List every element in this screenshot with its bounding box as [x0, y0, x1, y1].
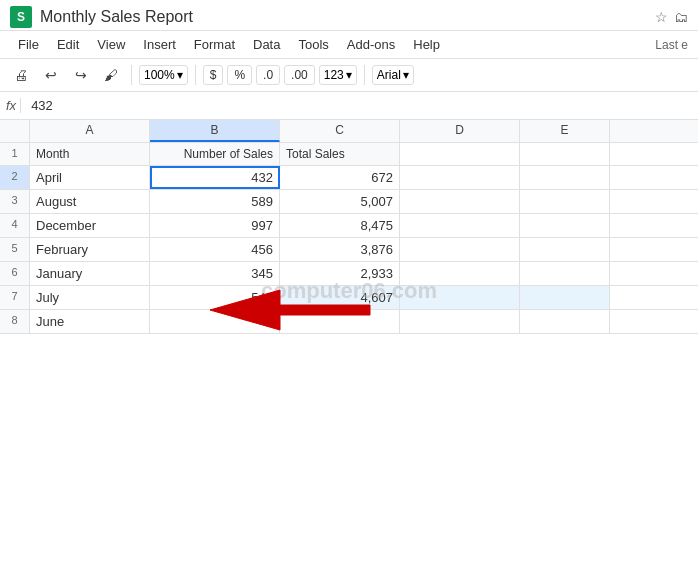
- font-select[interactable]: Arial ▾: [372, 65, 414, 85]
- separator-1: [131, 65, 132, 85]
- format-more-dropdown-icon: ▾: [346, 68, 352, 82]
- cell-a2[interactable]: April: [30, 166, 150, 189]
- table-row: 5 February 456 3,876: [0, 238, 698, 262]
- menu-view[interactable]: View: [89, 33, 133, 56]
- menu-bar: File Edit View Insert Format Data Tools …: [0, 31, 698, 59]
- cell-d3[interactable]: [400, 190, 520, 213]
- cell-c8[interactable]: [280, 310, 400, 333]
- toolbar: 🖨 ↩ ↪ 🖌 100% ▾ $ % .0 .00 123 ▾ Arial ▾: [0, 59, 698, 92]
- cell-a6[interactable]: January: [30, 262, 150, 285]
- row-num-header: [0, 120, 30, 142]
- cell-a1[interactable]: Month: [30, 143, 150, 165]
- document-title: Monthly Sales Report: [40, 8, 647, 26]
- table-row: 4 December 997 8,475: [0, 214, 698, 238]
- cell-e3[interactable]: [520, 190, 610, 213]
- format-decimal-less-button[interactable]: .0: [256, 65, 280, 85]
- cell-c4[interactable]: 8,475: [280, 214, 400, 237]
- row-num-1[interactable]: 1: [0, 143, 30, 165]
- cell-value: 432: [27, 98, 53, 113]
- separator-3: [364, 65, 365, 85]
- menu-edit[interactable]: Edit: [49, 33, 87, 56]
- col-header-c[interactable]: C: [280, 120, 400, 142]
- cell-b8[interactable]: [150, 310, 280, 333]
- table-row: 2 April 432 672: [0, 166, 698, 190]
- cell-e8[interactable]: [520, 310, 610, 333]
- cell-e5[interactable]: [520, 238, 610, 261]
- zoom-dropdown-icon: ▾: [177, 68, 183, 82]
- col-header-b[interactable]: B: [150, 120, 280, 142]
- print-button[interactable]: 🖨: [8, 62, 34, 88]
- cell-c6[interactable]: 2,933: [280, 262, 400, 285]
- cell-e6[interactable]: [520, 262, 610, 285]
- cell-d5[interactable]: [400, 238, 520, 261]
- cell-c3[interactable]: 5,007: [280, 190, 400, 213]
- menu-tools[interactable]: Tools: [290, 33, 336, 56]
- cell-d4[interactable]: [400, 214, 520, 237]
- undo-button[interactable]: ↩: [38, 62, 64, 88]
- cell-e2[interactable]: [520, 166, 610, 189]
- table-row: 7 July 542 4,607: [0, 286, 698, 310]
- cell-e1[interactable]: [520, 143, 610, 165]
- cell-a7[interactable]: July: [30, 286, 150, 309]
- cell-e7[interactable]: [520, 286, 610, 309]
- cell-a5[interactable]: February: [30, 238, 150, 261]
- menu-file[interactable]: File: [10, 33, 47, 56]
- format-percent-button[interactable]: %: [227, 65, 252, 85]
- row-num-7[interactable]: 7: [0, 286, 30, 309]
- zoom-select[interactable]: 100% ▾: [139, 65, 188, 85]
- redo-button[interactable]: ↪: [68, 62, 94, 88]
- cell-c7[interactable]: 4,607: [280, 286, 400, 309]
- menu-insert[interactable]: Insert: [135, 33, 184, 56]
- title-bar: S Monthly Sales Report ☆ 🗂: [0, 0, 698, 31]
- cell-b4[interactable]: 997: [150, 214, 280, 237]
- app-icon: S: [10, 6, 32, 28]
- row-num-6[interactable]: 6: [0, 262, 30, 285]
- table-row: 3 August 589 5,007: [0, 190, 698, 214]
- formula-bar: fx 432: [0, 92, 698, 120]
- cell-b6[interactable]: 345: [150, 262, 280, 285]
- star-icon[interactable]: ☆: [655, 9, 668, 25]
- cell-a8[interactable]: June: [30, 310, 150, 333]
- last-edit-label: Last e: [655, 38, 688, 52]
- menu-addons[interactable]: Add-ons: [339, 33, 403, 56]
- menu-help[interactable]: Help: [405, 33, 448, 56]
- fx-label: fx: [6, 98, 21, 113]
- folder-icon[interactable]: 🗂: [674, 9, 688, 25]
- spreadsheet-container: A B C D E 1 Month Number of Sales Total …: [0, 120, 698, 334]
- format-decimal-more-button[interactable]: .00: [284, 65, 315, 85]
- cell-b2[interactable]: 432: [150, 166, 280, 189]
- cell-a3[interactable]: August: [30, 190, 150, 213]
- cell-d7[interactable]: [400, 286, 520, 309]
- menu-data[interactable]: Data: [245, 33, 288, 56]
- cell-c5[interactable]: 3,876: [280, 238, 400, 261]
- menu-format[interactable]: Format: [186, 33, 243, 56]
- col-header-a[interactable]: A: [30, 120, 150, 142]
- row-num-8[interactable]: 8: [0, 310, 30, 333]
- table-row: 6 January 345 2,933: [0, 262, 698, 286]
- table-row: 1 Month Number of Sales Total Sales: [0, 143, 698, 166]
- cell-b5[interactable]: 456: [150, 238, 280, 261]
- cell-e4[interactable]: [520, 214, 610, 237]
- cell-d8[interactable]: [400, 310, 520, 333]
- row-num-4[interactable]: 4: [0, 214, 30, 237]
- cell-d1[interactable]: [400, 143, 520, 165]
- cell-d2[interactable]: [400, 166, 520, 189]
- font-dropdown-icon: ▾: [403, 68, 409, 82]
- cell-c1[interactable]: Total Sales: [280, 143, 400, 165]
- row-num-3[interactable]: 3: [0, 190, 30, 213]
- paint-format-button[interactable]: 🖌: [98, 62, 124, 88]
- title-icons: ☆ 🗂: [655, 9, 688, 25]
- cell-b3[interactable]: 589: [150, 190, 280, 213]
- col-header-d[interactable]: D: [400, 120, 520, 142]
- col-header-e[interactable]: E: [520, 120, 610, 142]
- cell-c2[interactable]: 672: [280, 166, 400, 189]
- row-num-5[interactable]: 5: [0, 238, 30, 261]
- cell-b7[interactable]: 542: [150, 286, 280, 309]
- format-dollar-button[interactable]: $: [203, 65, 224, 85]
- row-num-2[interactable]: 2: [0, 166, 30, 189]
- cell-b1[interactable]: Number of Sales: [150, 143, 280, 165]
- column-headers: A B C D E: [0, 120, 698, 143]
- format-more-select[interactable]: 123 ▾: [319, 65, 357, 85]
- cell-d6[interactable]: [400, 262, 520, 285]
- cell-a4[interactable]: December: [30, 214, 150, 237]
